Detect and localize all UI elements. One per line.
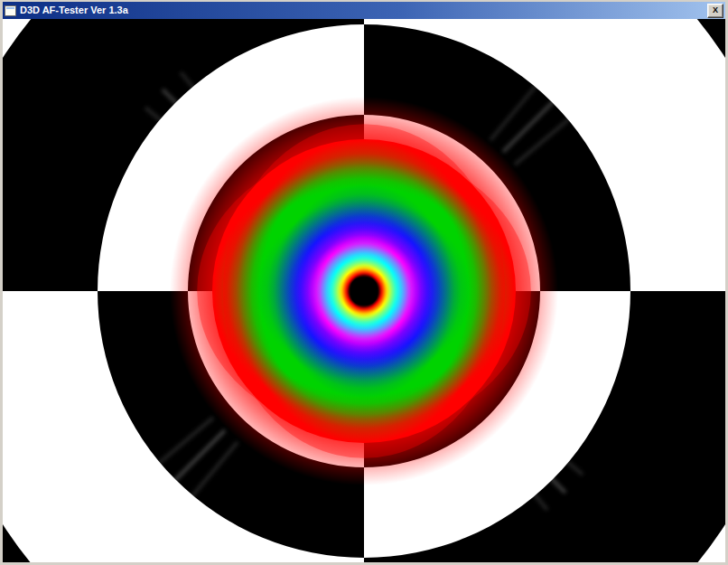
af-tunnel-pattern (3, 19, 725, 562)
window-title: D3D AF-Tester Ver 1.3a (19, 2, 128, 19)
mip-core-lobe-vertical (223, 124, 505, 458)
close-x-icon: X (713, 6, 718, 14)
titlebar[interactable]: D3D AF-Tester Ver 1.3a X (3, 2, 725, 19)
close-button[interactable]: X (707, 4, 723, 18)
app-window: D3D AF-Tester Ver 1.3a X (0, 0, 728, 565)
af-test-render-area (3, 19, 725, 562)
app-window-icon[interactable] (5, 5, 16, 16)
